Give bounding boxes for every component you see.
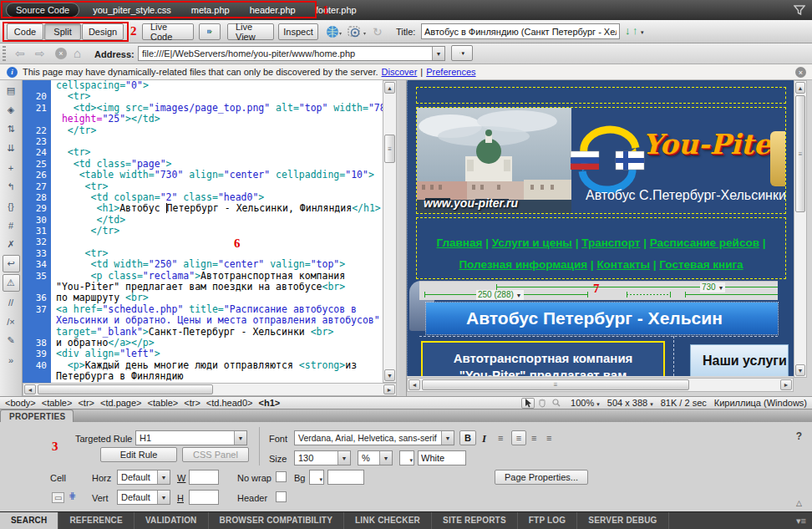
align-right-icon[interactable]: ≡	[531, 433, 536, 443]
select-parent-tag-icon[interactable]: ↰	[3, 178, 20, 196]
results-tab-browser-compatibility[interactable]: BROWSER COMPATIBILITY	[209, 512, 345, 529]
code-line[interactable]: Хельсинки и обратно. Цены и места отправ…	[51, 315, 383, 326]
close-info-bar-icon[interactable]: ×	[795, 67, 806, 78]
collapse-panel-icon[interactable]: △	[796, 499, 802, 507]
vert-select[interactable]: Default▼	[117, 490, 170, 505]
code-line[interactable]	[51, 237, 383, 247]
code-line[interactable]: <h1>Автобус Петербург - Хельсинки, Финля…	[51, 203, 383, 214]
design-view-button[interactable]: Design	[82, 23, 124, 40]
code-editor[interactable]: cellspacing="0"> <tr> <td><img src="imag…	[51, 80, 383, 383]
more-icon[interactable]: »	[3, 351, 20, 369]
related-file-tab[interactable]: header.php	[250, 5, 296, 15]
code-line[interactable]: Петербурга в Финляндию	[51, 371, 383, 382]
results-tab-link-checker[interactable]: LINK CHECKER	[344, 512, 432, 529]
nowrap-checkbox[interactable]	[276, 471, 287, 482]
code-vscroll-thumb[interactable]: ≡	[384, 135, 395, 163]
results-tab-site-reports[interactable]: SITE REPORTS	[432, 512, 518, 529]
tag-selector-item[interactable]: <body>	[5, 398, 36, 408]
align-justify-icon[interactable]: ≡	[546, 433, 551, 443]
code-view-button[interactable]: Code	[7, 23, 43, 40]
pane-splitter[interactable]	[399, 80, 407, 396]
code-line[interactable]: <td class="page">	[51, 159, 383, 170]
collapse-full-tag-icon[interactable]: ⇅	[3, 120, 20, 138]
code-line[interactable]: по маршруту <br>	[51, 292, 383, 303]
font-select[interactable]: Verdana, Arial, Helvetica, sans-serif▼	[294, 430, 454, 445]
code-line[interactable]: </tr>	[51, 125, 383, 136]
scroll-up-icon[interactable]: ▲	[795, 82, 805, 94]
address-input[interactable]: file:///E|/WebServers/home/you-piter/www…	[138, 46, 445, 61]
nav-link[interactable]: Контакты	[596, 258, 650, 271]
tag-selector-item[interactable]: <table>	[42, 398, 73, 408]
related-file-tab[interactable]: meta.php	[191, 5, 230, 15]
code-line[interactable]: target="_blank">Санкт-Петербург - Хельси…	[51, 327, 383, 338]
design-vertical-scrollbar[interactable]: ▲ ≡ ▼	[794, 80, 807, 378]
code-line[interactable]: </td>	[51, 215, 383, 226]
design-hscroll-thumb[interactable]: ≡	[422, 379, 689, 390]
nav-link[interactable]: Услуги и цены	[492, 237, 572, 249]
scroll-left-icon[interactable]: ◄	[24, 384, 36, 394]
size-unit-select[interactable]: %▼	[358, 450, 393, 465]
file-get-icon[interactable]: ↓	[625, 24, 631, 37]
syntax-error-alerts-icon[interactable]: ⚠	[3, 274, 20, 292]
split-view-button[interactable]: Split	[44, 23, 81, 40]
select-tool-icon[interactable]	[521, 398, 535, 409]
css-panel-button[interactable]: CSS Panel	[182, 447, 249, 462]
scroll-left-icon[interactable]: ◄	[409, 379, 420, 390]
live-view-button[interactable]: Live View	[227, 23, 274, 40]
code-line[interactable]: <a href="schedule.php" title="Расписание…	[51, 304, 383, 315]
live-code-button[interactable]: Live Code	[142, 23, 194, 40]
height-input[interactable]	[189, 490, 219, 505]
results-tab-ftp-log[interactable]: FTP LOG	[518, 512, 578, 529]
format-source-icon[interactable]: ✎	[3, 332, 20, 349]
code-hscroll-thumb[interactable]	[38, 384, 213, 394]
apply-comment-icon[interactable]: //	[3, 293, 20, 311]
code-line[interactable]: <p class="reclama">Автотранспортная комп…	[51, 271, 383, 282]
guide-label-250[interactable]: 250 (288) ▼	[476, 290, 524, 300]
design-vscroll-thumb[interactable]: ≡	[795, 95, 805, 212]
back-icon[interactable]: ⇦	[15, 47, 25, 60]
code-line[interactable]: <tr>	[51, 181, 383, 192]
code-line[interactable]: и обратно</a></p>	[51, 338, 383, 348]
design-horizontal-scrollbar[interactable]: ◄ ≡ ►	[407, 378, 794, 392]
merge-cells-icon[interactable]: ▭	[52, 492, 64, 503]
code-line[interactable]: cellspacing="0">	[51, 80, 383, 91]
forward-icon[interactable]: ⇨	[35, 47, 45, 60]
align-left-icon[interactable]: ≡	[498, 433, 502, 443]
source-code-button[interactable]: Source Code	[6, 3, 79, 18]
align-center-icon[interactable]: ≡	[511, 430, 526, 445]
results-tab-validation[interactable]: VALIDATION	[134, 512, 209, 529]
scroll-right-icon[interactable]: ►	[383, 384, 395, 394]
guide-line-730[interactable]	[496, 287, 778, 287]
hand-tool-icon[interactable]	[535, 398, 549, 409]
code-line[interactable]: <p>Каждый день многие люди отправляются …	[51, 360, 383, 371]
tag-selector-item[interactable]: <td.page>	[100, 398, 142, 408]
code-line[interactable]: </tr>	[51, 226, 383, 237]
nav-link[interactable]: Полезная информация	[459, 258, 587, 271]
results-tab-server-debug[interactable]: SERVER DEBUG	[577, 512, 668, 529]
guide-label-730[interactable]: 730 ▼	[700, 282, 725, 292]
address-dropdown-icon[interactable]: ▼	[432, 47, 444, 60]
page-properties-button[interactable]: Page Properties...	[495, 470, 588, 485]
code-horizontal-scrollbar[interactable]: ◄ ►	[23, 383, 397, 396]
code-line[interactable]: height="25"></td>	[51, 114, 383, 125]
nav-link[interactable]: Транспорт	[581, 237, 640, 249]
tag-selector-item[interactable]: <table>	[148, 398, 179, 408]
scroll-right-icon[interactable]: ►	[780, 379, 792, 390]
stop-icon[interactable]: ×	[55, 48, 67, 59]
tag-selector-item[interactable]: <tr>	[184, 398, 200, 408]
width-input[interactable]	[189, 470, 219, 485]
expand-all-icon[interactable]: +	[3, 159, 20, 176]
inspect-button[interactable]: Inspect	[278, 23, 318, 40]
results-tab-search[interactable]: SEARCH	[0, 512, 58, 529]
tag-selector-item[interactable]: <h1>	[259, 398, 281, 408]
scroll-down-icon[interactable]: ▼	[795, 364, 805, 376]
code-line[interactable]	[51, 136, 383, 147]
word-wrap-icon[interactable]: ↩	[3, 255, 20, 272]
bg-color-input[interactable]	[327, 470, 364, 485]
tag-selector-item[interactable]: <tr>	[78, 398, 94, 408]
scroll-up-icon[interactable]: ▲	[384, 82, 395, 94]
home-icon[interactable]: ⌂	[74, 46, 81, 60]
properties-tab[interactable]: PROPERTIES	[0, 409, 74, 422]
scroll-down-icon[interactable]: ▼	[384, 369, 395, 381]
preferences-link[interactable]: Preferences	[426, 67, 475, 77]
